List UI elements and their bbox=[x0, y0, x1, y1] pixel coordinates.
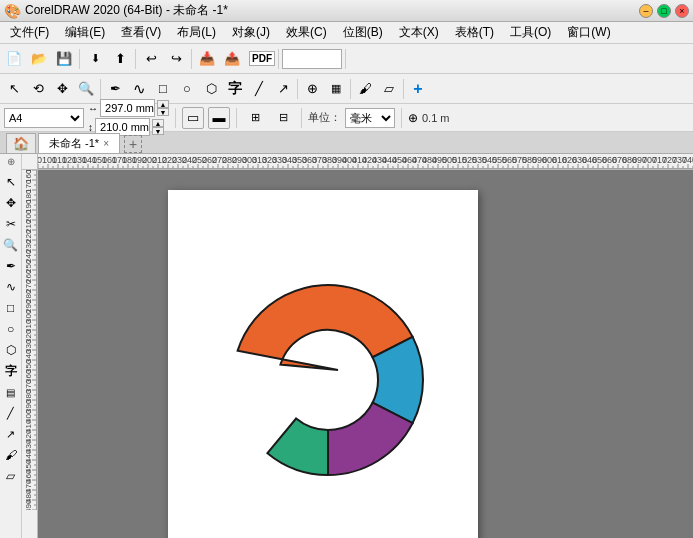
bezier-tool[interactable]: ∿ bbox=[127, 77, 151, 101]
redo-button[interactable]: ↪ bbox=[164, 47, 188, 71]
height-down[interactable]: ▼ bbox=[152, 127, 164, 135]
vertical-ruler bbox=[22, 170, 38, 538]
dimensions-group: ↔ ▲ ▼ ↕ ▲ ▼ bbox=[88, 99, 169, 136]
sep3 bbox=[191, 49, 192, 69]
align-right[interactable]: ⊟ bbox=[271, 106, 295, 130]
horizontal-ruler bbox=[38, 154, 693, 170]
menu-table[interactable]: 表格(T) bbox=[447, 22, 502, 43]
node-tool[interactable]: ✥ bbox=[50, 77, 74, 101]
minimize-button[interactable]: – bbox=[639, 4, 653, 18]
left-para-tool[interactable]: ╱ bbox=[1, 403, 21, 423]
menu-object[interactable]: 对象(J) bbox=[224, 22, 278, 43]
new-tab-button[interactable]: + bbox=[124, 135, 142, 153]
left-crop-tool[interactable]: ✂ bbox=[1, 214, 21, 234]
landscape-button[interactable]: ▬ bbox=[208, 107, 230, 129]
document-tab[interactable]: 未命名 -1* × bbox=[38, 133, 120, 153]
publish-pdf2[interactable]: ⬆ bbox=[108, 47, 132, 71]
left-rect-tool[interactable]: □ bbox=[1, 298, 21, 318]
menu-text[interactable]: 文本(X) bbox=[391, 22, 447, 43]
rect-tool[interactable]: □ bbox=[151, 77, 175, 101]
width-input[interactable] bbox=[100, 99, 155, 117]
maximize-button[interactable]: □ bbox=[657, 4, 671, 18]
sep7 bbox=[297, 79, 298, 99]
import-button[interactable]: 📥 bbox=[195, 47, 219, 71]
menu-view[interactable]: 查看(V) bbox=[113, 22, 169, 43]
add-tool[interactable]: + bbox=[406, 77, 430, 101]
tab-bar: 🏠 未命名 -1* × + bbox=[0, 132, 693, 154]
menu-effects[interactable]: 效果(C) bbox=[278, 22, 335, 43]
publish-pdf[interactable]: ⬇ bbox=[83, 47, 107, 71]
select-tool[interactable]: ↖ bbox=[2, 77, 26, 101]
save-button[interactable]: 💾 bbox=[52, 47, 76, 71]
left-select-tool[interactable]: ↖ bbox=[1, 172, 21, 192]
sep-prop4 bbox=[401, 108, 402, 128]
align-left[interactable]: ⊞ bbox=[243, 106, 267, 130]
left-fill-tool[interactable]: 🖌 bbox=[1, 445, 21, 465]
left-shape-tool[interactable]: ∿ bbox=[1, 277, 21, 297]
open-button[interactable]: 📂 bbox=[27, 47, 51, 71]
left-toolbar: ⊕ ↖ ✥ ✂ 🔍 ✒ ∿ □ ○ ⬡ 字 ▤ ╱ ↗ 🖌 ▱ bbox=[0, 154, 22, 538]
app-icon: 🎨 bbox=[4, 3, 21, 19]
dimension-tool[interactable]: ↗ bbox=[271, 77, 295, 101]
home-tab[interactable]: 🏠 bbox=[6, 133, 36, 153]
sep1 bbox=[79, 49, 80, 69]
width-spin: ▲ ▼ bbox=[157, 100, 169, 116]
text-tool[interactable]: 字 bbox=[223, 77, 247, 101]
height-spin: ▲ ▼ bbox=[152, 119, 164, 135]
left-blend-tool[interactable]: ▱ bbox=[1, 466, 21, 486]
width-group: ↔ ▲ ▼ bbox=[88, 99, 169, 117]
pen-tool[interactable]: ✒ bbox=[103, 77, 127, 101]
menu-file[interactable]: 文件(F) bbox=[2, 22, 57, 43]
snap-value: 0.1 m bbox=[422, 112, 450, 124]
sep4 bbox=[278, 49, 279, 69]
zoom-tool[interactable]: 🔍 bbox=[74, 77, 98, 101]
sep5 bbox=[345, 49, 346, 69]
sep-prop2 bbox=[236, 108, 237, 128]
undo-button[interactable]: ↩ bbox=[139, 47, 163, 71]
blend-tool[interactable]: ▦ bbox=[324, 77, 348, 101]
portrait-button[interactable]: ▭ bbox=[182, 107, 204, 129]
ruler-corner-left: ⊕ bbox=[7, 156, 15, 167]
freehand-pick[interactable]: ⟲ bbox=[26, 77, 50, 101]
width-up[interactable]: ▲ bbox=[157, 100, 169, 108]
title-bar: 🎨 CorelDRAW 2020 (64-Bit) - 未命名 -1* – □ … bbox=[0, 0, 693, 22]
left-pen-tool[interactable]: ✒ bbox=[1, 256, 21, 276]
new-button[interactable]: 📄 bbox=[2, 47, 26, 71]
menu-edit[interactable]: 编辑(E) bbox=[57, 22, 113, 43]
left-polygon-tool[interactable]: ⬡ bbox=[1, 340, 21, 360]
page-size-select[interactable]: A4 A3 Letter bbox=[4, 108, 84, 128]
fill-tool[interactable]: 🖌 bbox=[353, 77, 377, 101]
unit-select[interactable]: 毫米 像素 英寸 bbox=[345, 108, 395, 128]
left-table-tool[interactable]: ▤ bbox=[1, 382, 21, 402]
line-tool[interactable]: ╱ bbox=[247, 77, 271, 101]
height-up[interactable]: ▲ bbox=[152, 119, 164, 127]
zoom-input[interactable]: 300% bbox=[282, 49, 342, 69]
connector-tool[interactable]: ⊕ bbox=[300, 77, 324, 101]
left-dim-tool[interactable]: ↗ bbox=[1, 424, 21, 444]
snap-icon: ⊕ bbox=[408, 111, 418, 125]
drawing-canvas[interactable] bbox=[168, 190, 478, 538]
pdf-group: PDF bbox=[249, 51, 275, 66]
left-node-tool[interactable]: ✥ bbox=[1, 193, 21, 213]
width-down[interactable]: ▼ bbox=[157, 108, 169, 116]
ellipse-tool[interactable]: ○ bbox=[175, 77, 199, 101]
menu-bitmap[interactable]: 位图(B) bbox=[335, 22, 391, 43]
sep-prop1 bbox=[175, 108, 176, 128]
sep8 bbox=[350, 79, 351, 99]
unit-label: 单位： bbox=[308, 110, 341, 125]
canvas-area bbox=[38, 170, 693, 538]
height-icon: ↕ bbox=[88, 122, 93, 133]
document-page bbox=[168, 190, 478, 538]
sep2 bbox=[135, 49, 136, 69]
export-button[interactable]: 📤 bbox=[220, 47, 244, 71]
polygon-tool[interactable]: ⬡ bbox=[199, 77, 223, 101]
left-zoom-tool[interactable]: 🔍 bbox=[1, 235, 21, 255]
left-text-tool[interactable]: 字 bbox=[1, 361, 21, 381]
menu-tools[interactable]: 工具(O) bbox=[502, 22, 559, 43]
menu-layout[interactable]: 布局(L) bbox=[169, 22, 224, 43]
left-ellipse-tool[interactable]: ○ bbox=[1, 319, 21, 339]
close-button[interactable]: × bbox=[675, 4, 689, 18]
tab-close-icon[interactable]: × bbox=[103, 138, 109, 149]
smart-fill[interactable]: ▱ bbox=[377, 77, 401, 101]
menu-window[interactable]: 窗口(W) bbox=[559, 22, 618, 43]
